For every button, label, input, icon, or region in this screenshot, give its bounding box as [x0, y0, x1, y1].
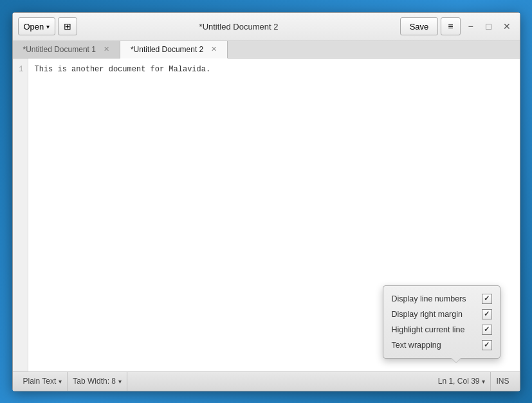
menu-button[interactable]: ≡	[441, 17, 460, 35]
language-label: Plain Text	[23, 377, 57, 386]
open-button[interactable]: Open ▾	[18, 17, 56, 35]
popup-item-right-margin: Display right margin	[391, 307, 491, 322]
toolbar-right: Save ≡ − □ ✕	[400, 17, 515, 35]
language-selector[interactable]: Plain Text ▾	[18, 372, 68, 391]
view-options-popup: Display line numbers Display right margi…	[383, 285, 500, 359]
insert-mode: INS	[491, 372, 514, 391]
popup-label-right-margin: Display right margin	[391, 310, 462, 319]
tab-width-arrow: ▾	[118, 378, 122, 385]
new-button[interactable]: ⊞	[58, 17, 77, 35]
hamburger-icon: ≡	[448, 21, 453, 31]
language-arrow: ▾	[59, 378, 62, 385]
tab-width-selector[interactable]: Tab Width: 8 ▾	[68, 372, 127, 391]
popup-label-highlight-line: Highlight current line	[391, 325, 464, 334]
line-numbers: 1	[13, 58, 28, 372]
window-title: *Untitled Document 2	[77, 22, 399, 31]
checkbox-right-margin[interactable]	[482, 309, 492, 319]
status-bar: Plain Text ▾ Tab Width: 8 ▾ Ln 1, Col 39…	[13, 372, 520, 391]
editor-text: This is another document for Malavida.	[35, 65, 211, 74]
checkbox-line-numbers[interactable]	[482, 294, 492, 304]
cursor-position[interactable]: Ln 1, Col 39 ▾	[433, 372, 491, 391]
close-button[interactable]: ✕	[499, 19, 515, 34]
tab-close-1[interactable]: ✕	[104, 45, 109, 53]
tab-label: *Untitled Document 2	[131, 45, 203, 54]
popup-label-text-wrapping: Text wrapping	[391, 341, 441, 350]
popup-label-line-numbers: Display line numbers	[391, 294, 466, 303]
tab-untitled-1[interactable]: *Untitled Document 1 ✕	[13, 41, 120, 58]
tab-label: *Untitled Document 1	[23, 45, 96, 54]
save-button[interactable]: Save	[400, 17, 439, 35]
tab-bar: *Untitled Document 1 ✕ *Untitled Documen…	[13, 41, 520, 58]
tab-width-label: Tab Width: 8	[73, 377, 116, 386]
maximize-button[interactable]: □	[481, 19, 497, 34]
popup-item-line-numbers: Display line numbers	[391, 291, 491, 307]
save-label: Save	[410, 22, 429, 31]
checkbox-text-wrapping[interactable]	[482, 340, 492, 350]
minimize-button[interactable]: −	[463, 19, 479, 34]
popup-item-text-wrapping: Text wrapping	[391, 337, 491, 353]
popup-item-highlight-line: Highlight current line	[391, 322, 491, 337]
position-arrow: ▾	[482, 378, 485, 385]
new-icon: ⊞	[64, 21, 71, 31]
ins-label: INS	[496, 377, 509, 386]
line-number-1: 1	[17, 64, 24, 75]
checkbox-highlight-line[interactable]	[482, 325, 492, 335]
tab-untitled-2[interactable]: *Untitled Document 2 ✕	[120, 41, 228, 58]
position-label: Ln 1, Col 39	[438, 377, 480, 386]
open-label: Open	[24, 22, 44, 31]
tab-close-2[interactable]: ✕	[211, 45, 217, 53]
open-arrow: ▾	[46, 23, 50, 30]
title-bar: Open ▾ ⊞ *Untitled Document 2 Save ≡ − □	[13, 13, 520, 41]
main-window: Open ▾ ⊞ *Untitled Document 2 Save ≡ − □	[12, 12, 520, 391]
toolbar-left: Open ▾ ⊞	[18, 17, 78, 35]
